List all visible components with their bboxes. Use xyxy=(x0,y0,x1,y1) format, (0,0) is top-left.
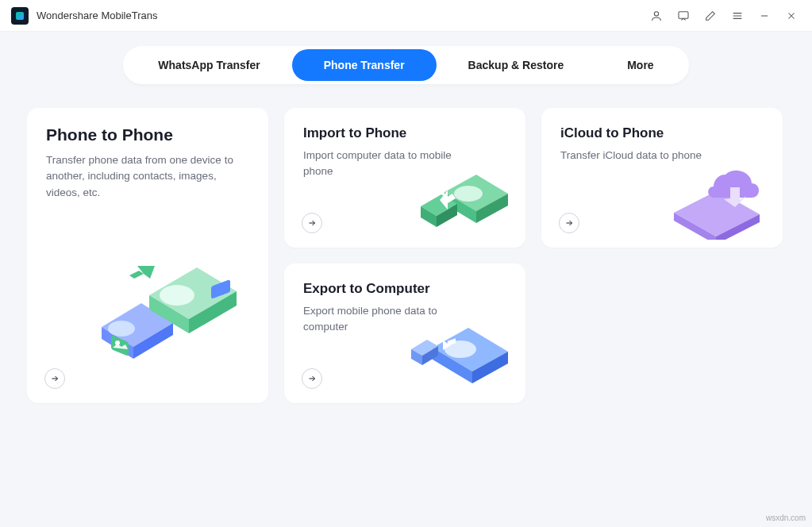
illustration-export xyxy=(405,304,516,398)
tab-backup-restore[interactable]: Backup & Restore xyxy=(437,49,596,81)
svg-point-2 xyxy=(108,321,135,337)
go-button[interactable] xyxy=(302,368,322,389)
go-button[interactable] xyxy=(559,213,579,233)
card-icloud-to-phone[interactable]: iCloud to Phone Transfer iCloud data to … xyxy=(541,108,783,248)
card-grid: Phone to Phone Transfer phone data from … xyxy=(0,108,812,403)
feedback-icon[interactable] xyxy=(674,6,693,25)
tab-more[interactable]: More xyxy=(595,49,685,81)
card-title: Phone to Phone xyxy=(46,125,249,144)
card-phone-to-phone[interactable]: Phone to Phone Transfer phone data from … xyxy=(27,108,268,403)
svg-point-7 xyxy=(454,186,483,202)
card-export-to-computer[interactable]: Export to Computer Export mobile phone d… xyxy=(284,264,525,403)
card-import-to-phone[interactable]: Import to Phone Import computer data to … xyxy=(284,108,525,248)
illustration-icloud xyxy=(666,152,773,243)
illustration-phones xyxy=(78,232,252,394)
menu-icon[interactable] xyxy=(728,6,747,25)
go-button[interactable] xyxy=(44,368,65,389)
tab-phone-transfer[interactable]: Phone Transfer xyxy=(292,49,437,81)
title-bar: Wondershare MobileTrans xyxy=(0,0,812,32)
go-button[interactable] xyxy=(302,213,322,233)
svg-rect-1 xyxy=(679,11,688,18)
card-title: Import to Phone xyxy=(303,125,506,141)
minimize-icon[interactable] xyxy=(755,6,774,25)
close-icon[interactable] xyxy=(782,6,801,25)
tabs: WhatsApp Transfer Phone Transfer Backup … xyxy=(123,46,688,84)
tab-container: WhatsApp Transfer Phone Transfer Backup … xyxy=(0,32,812,108)
account-icon[interactable] xyxy=(647,6,666,25)
app-title: Wondershare MobileTrans xyxy=(37,10,157,21)
edit-icon[interactable] xyxy=(701,6,720,25)
card-desc: Transfer phone data from one device to a… xyxy=(46,152,249,201)
card-title: Export to Computer xyxy=(303,281,506,297)
svg-point-0 xyxy=(654,11,658,15)
watermark: wsxdn.com xyxy=(766,514,806,522)
card-title: iCloud to Phone xyxy=(560,125,764,141)
app-logo xyxy=(11,7,29,25)
illustration-import xyxy=(413,152,516,243)
svg-point-3 xyxy=(160,285,194,306)
tab-whatsapp-transfer[interactable]: WhatsApp Transfer xyxy=(126,49,291,81)
